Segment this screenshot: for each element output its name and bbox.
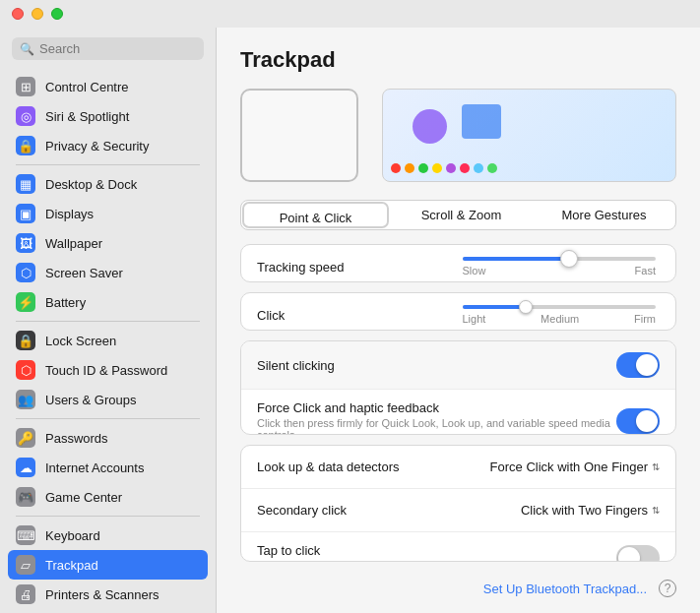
tab-point-click[interactable]: Point & Click (242, 202, 389, 228)
printers-scanners-icon: 🖨 (16, 584, 35, 604)
lookup-label: Look up & data detectors (257, 460, 490, 474)
sidebar-item-touch-id[interactable]: ⬡Touch ID & Password (8, 355, 208, 385)
force-click-text: Force Click and haptic feedback Click th… (257, 400, 616, 435)
minimize-button[interactable] (32, 8, 43, 20)
touch-id-label: Touch ID & Password (45, 363, 167, 378)
users-groups-label: Users & Groups (45, 393, 136, 407)
tab-scroll-zoom[interactable]: Scroll & Zoom (390, 201, 533, 229)
slider-fast-label: Fast (635, 265, 656, 276)
close-button[interactable] (12, 8, 24, 20)
preview-dot-1 (405, 163, 414, 173)
tap-to-click-toggle[interactable] (616, 545, 660, 562)
wallpaper-label: Wallpaper (45, 236, 102, 251)
sidebar-item-wallpaper[interactable]: 🖼Wallpaper (8, 228, 208, 258)
tap-to-click-sublabel: Tap with one finger (257, 560, 616, 562)
force-click-toggle[interactable] (616, 408, 660, 434)
printers-scanners-label: Printers & Scanners (45, 587, 159, 602)
lookup-dropdown-arrow: ⇅ (652, 461, 660, 472)
setup-bluetooth-link[interactable]: Set Up Bluetooth Trackpad... (483, 582, 647, 596)
preview-dot-2 (418, 163, 428, 173)
force-click-sublabel: Click then press firmly for Quick Look, … (257, 417, 616, 435)
slider-slow-label: Slow (463, 265, 486, 276)
preview-dot-7 (487, 163, 497, 173)
trackpad-preview (240, 89, 676, 182)
help-button[interactable]: ? (659, 580, 676, 597)
preview-dot-5 (460, 163, 470, 173)
tap-to-click-row: Tap to click Tap with one finger (241, 532, 675, 562)
secondary-click-label: Secondary click (257, 503, 521, 518)
game-center-label: Game Center (45, 490, 122, 505)
click-firm-label: Firm (634, 313, 656, 325)
tracking-speed-label: Tracking speed (257, 260, 459, 275)
click-medium-label: Medium (541, 313, 579, 325)
click-row: Click Light Medium Firm (241, 293, 675, 331)
sidebar-item-lock-screen[interactable]: 🔒Lock Screen (8, 326, 208, 355)
secondary-click-dropdown[interactable]: Click with Two Fingers ⇅ (521, 503, 660, 518)
lock-screen-icon: 🔒 (16, 331, 35, 350)
lock-screen-label: Lock Screen (45, 334, 116, 348)
touch-id-icon: ⬡ (16, 360, 35, 380)
passwords-icon: 🔑 (16, 428, 35, 448)
secondary-click-value: Click with Two Fingers (521, 503, 648, 518)
tap-to-click-text: Tap to click Tap with one finger (257, 543, 616, 562)
trackpad-image (240, 89, 358, 182)
preview-screenshot (382, 89, 676, 182)
sidebar-item-displays[interactable]: ▣Displays (8, 199, 208, 228)
sidebar-item-trackpad[interactable]: ▱Trackpad (8, 550, 208, 580)
sidebar-item-users-groups[interactable]: 👥Users & Groups (8, 385, 208, 414)
tracking-speed-section: Tracking speed Slow Fast (240, 244, 676, 282)
slider-thumb[interactable] (560, 250, 578, 268)
sidebar-item-passwords[interactable]: 🔑Passwords (8, 423, 208, 453)
desktop-dock-label: Desktop & Dock (45, 177, 137, 192)
sidebar-item-screen-saver[interactable]: ⬡Screen Saver (8, 258, 208, 287)
tab-more-gestures[interactable]: More Gestures (533, 201, 675, 229)
sidebar-item-desktop-dock[interactable]: ▦Desktop & Dock (8, 169, 208, 199)
preview-dot-3 (432, 163, 442, 173)
tabs-container: Point & ClickScroll & ZoomMore Gestures (240, 200, 676, 230)
title-bar (0, 0, 700, 28)
privacy-security-label: Privacy & Security (45, 139, 149, 153)
click-section: Click Light Medium Firm (240, 292, 676, 331)
preview-circle (413, 109, 447, 144)
sidebar-separator (16, 164, 200, 165)
sidebar-items-list: ⊞Control Centre◎Siri & Spotlight🔒Privacy… (0, 68, 216, 613)
silent-clicking-toggle[interactable] (616, 352, 660, 378)
gestures-section: Look up & data detectors Force Click wit… (240, 445, 676, 562)
slider-labels: Slow Fast (459, 265, 661, 276)
battery-label: Battery (45, 295, 86, 310)
search-box[interactable]: 🔍 (12, 37, 204, 60)
wallpaper-icon: 🖼 (16, 233, 35, 253)
click-track[interactable] (463, 305, 657, 309)
trackpad-icon: ▱ (16, 555, 35, 575)
sidebar-item-internet-accounts[interactable]: ☁Internet Accounts (8, 453, 208, 482)
sidebar-item-siri-spotlight[interactable]: ◎Siri & Spotlight (8, 101, 208, 131)
preview-dot-6 (474, 163, 483, 173)
sidebar-item-printers-scanners[interactable]: 🖨Printers & Scanners (8, 580, 208, 609)
search-icon: 🔍 (20, 42, 34, 56)
passwords-label: Passwords (45, 431, 108, 446)
tracking-speed-row: Tracking speed Slow Fast (241, 245, 675, 282)
preview-dot-4 (446, 163, 456, 173)
force-click-row: Force Click and haptic feedback Click th… (241, 390, 675, 435)
desktop-dock-icon: ▦ (16, 174, 35, 194)
search-input[interactable] (39, 41, 196, 56)
page-title: Trackpad (240, 47, 676, 73)
sidebar-item-game-center[interactable]: 🎮Game Center (8, 482, 208, 512)
sidebar: 🔍 ⊞Control Centre◎Siri & Spotlight🔒Priva… (0, 28, 217, 613)
preview-rect (462, 104, 501, 139)
tracking-speed-track[interactable] (463, 257, 657, 261)
sidebar-item-privacy-security[interactable]: 🔒Privacy & Security (8, 131, 208, 160)
internet-accounts-label: Internet Accounts (45, 460, 144, 475)
sidebar-item-battery[interactable]: ⚡Battery (8, 287, 208, 317)
sidebar-item-keyboard[interactable]: ⌨Keyboard (8, 521, 208, 550)
maximize-button[interactable] (51, 8, 63, 20)
preview-color-dots (391, 163, 497, 173)
game-center-icon: 🎮 (16, 487, 35, 507)
screen-saver-icon: ⬡ (16, 263, 35, 282)
lookup-dropdown[interactable]: Force Click with One Finger ⇅ (490, 460, 660, 474)
sidebar-separator (16, 321, 200, 322)
sidebar-item-control-centre[interactable]: ⊞Control Centre (8, 72, 208, 101)
battery-icon: ⚡ (16, 292, 35, 312)
click-label: Click (257, 308, 459, 323)
control-centre-icon: ⊞ (16, 77, 35, 96)
